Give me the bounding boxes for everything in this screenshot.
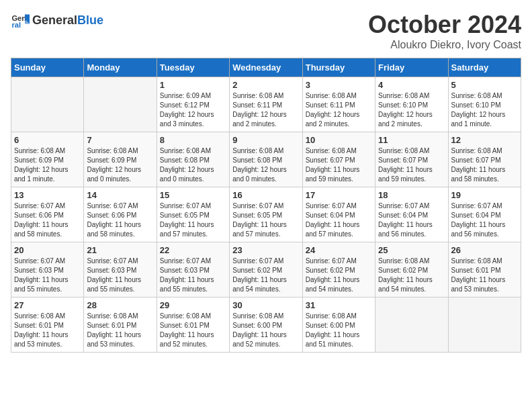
day-number: 18 <box>378 190 445 200</box>
day-number: 30 <box>232 300 299 310</box>
day-number: 27 <box>14 300 81 310</box>
calendar-cell: 14Sunrise: 6:07 AMSunset: 6:06 PMDayligh… <box>84 187 157 242</box>
calendar-cell: 2Sunrise: 6:08 AMSunset: 6:11 PMDaylight… <box>230 77 302 132</box>
day-number: 19 <box>451 190 518 200</box>
day-detail: Sunrise: 6:07 AMSunset: 6:04 PMDaylight:… <box>378 201 445 239</box>
day-number: 25 <box>378 245 445 255</box>
calendar-cell: 24Sunrise: 6:07 AMSunset: 6:02 PMDayligh… <box>302 242 375 298</box>
logo-icon: Gene ral <box>11 11 30 30</box>
calendar-cell <box>375 298 448 353</box>
day-number: 3 <box>306 80 372 90</box>
calendar-cell: 29Sunrise: 6:08 AMSunset: 6:01 PMDayligh… <box>157 298 229 353</box>
day-number: 20 <box>14 245 81 255</box>
day-detail: Sunrise: 6:08 AMSunset: 6:02 PMDaylight:… <box>378 257 445 294</box>
logo-text-blue: Blue <box>77 13 103 28</box>
day-detail: Sunrise: 6:08 AMSunset: 6:11 PMDaylight:… <box>306 91 372 129</box>
calendar-cell: 26Sunrise: 6:08 AMSunset: 6:01 PMDayligh… <box>448 242 521 298</box>
day-number: 1 <box>160 80 226 90</box>
calendar-table: SundayMondayTuesdayWednesdayThursdayFrid… <box>11 58 521 353</box>
day-detail: Sunrise: 6:08 AMSunset: 6:10 PMDaylight:… <box>378 91 445 129</box>
day-detail: Sunrise: 6:08 AMSunset: 6:01 PMDaylight:… <box>160 312 226 349</box>
calendar-cell: 17Sunrise: 6:07 AMSunset: 6:04 PMDayligh… <box>302 187 375 242</box>
day-number: 11 <box>378 135 445 145</box>
day-number: 8 <box>160 135 226 145</box>
weekday-header-tuesday: Tuesday <box>157 58 229 77</box>
calendar-cell: 13Sunrise: 6:07 AMSunset: 6:06 PMDayligh… <box>11 187 84 242</box>
day-detail: Sunrise: 6:09 AMSunset: 6:12 PMDaylight:… <box>160 91 226 129</box>
day-number: 17 <box>306 190 372 200</box>
weekday-header-saturday: Saturday <box>448 58 521 77</box>
calendar-cell: 6Sunrise: 6:08 AMSunset: 6:09 PMDaylight… <box>11 132 84 187</box>
calendar-cell <box>84 77 157 132</box>
day-detail: Sunrise: 6:08 AMSunset: 6:01 PMDaylight:… <box>14 312 81 349</box>
day-detail: Sunrise: 6:08 AMSunset: 6:09 PMDaylight:… <box>87 146 153 184</box>
calendar-week-row: 6Sunrise: 6:08 AMSunset: 6:09 PMDaylight… <box>11 132 521 187</box>
day-detail: Sunrise: 6:07 AMSunset: 6:06 PMDaylight:… <box>14 201 81 239</box>
day-detail: Sunrise: 6:07 AMSunset: 6:03 PMDaylight:… <box>160 257 226 294</box>
day-detail: Sunrise: 6:07 AMSunset: 6:04 PMDaylight:… <box>451 201 518 239</box>
day-detail: Sunrise: 6:08 AMSunset: 6:09 PMDaylight:… <box>14 146 81 184</box>
day-number: 10 <box>306 135 372 145</box>
calendar-cell: 20Sunrise: 6:07 AMSunset: 6:03 PMDayligh… <box>11 242 84 298</box>
day-detail: Sunrise: 6:08 AMSunset: 6:07 PMDaylight:… <box>378 146 445 184</box>
calendar-week-row: 13Sunrise: 6:07 AMSunset: 6:06 PMDayligh… <box>11 187 521 242</box>
weekday-header-sunday: Sunday <box>11 58 84 77</box>
calendar-cell: 30Sunrise: 6:08 AMSunset: 6:00 PMDayligh… <box>230 298 302 353</box>
day-detail: Sunrise: 6:08 AMSunset: 6:00 PMDaylight:… <box>232 312 299 349</box>
day-number: 23 <box>232 245 299 255</box>
calendar-cell: 7Sunrise: 6:08 AMSunset: 6:09 PMDaylight… <box>84 132 157 187</box>
day-number: 28 <box>87 300 153 310</box>
day-detail: Sunrise: 6:07 AMSunset: 6:03 PMDaylight:… <box>14 257 81 294</box>
title-area: October 2024 Aloukro Diekro, Ivory Coast <box>368 11 521 51</box>
calendar-header-row: SundayMondayTuesdayWednesdayThursdayFrid… <box>11 58 521 77</box>
day-number: 2 <box>232 80 299 90</box>
calendar-cell: 28Sunrise: 6:08 AMSunset: 6:01 PMDayligh… <box>84 298 157 353</box>
calendar-cell: 31Sunrise: 6:08 AMSunset: 6:00 PMDayligh… <box>302 298 375 353</box>
day-detail: Sunrise: 6:07 AMSunset: 6:06 PMDaylight:… <box>87 201 153 239</box>
weekday-header-monday: Monday <box>84 58 157 77</box>
day-number: 15 <box>160 190 226 200</box>
day-detail: Sunrise: 6:08 AMSunset: 6:07 PMDaylight:… <box>451 146 518 184</box>
svg-text:ral: ral <box>11 21 21 29</box>
calendar-cell: 16Sunrise: 6:07 AMSunset: 6:05 PMDayligh… <box>230 187 302 242</box>
day-detail: Sunrise: 6:08 AMSunset: 6:08 PMDaylight:… <box>160 146 226 184</box>
calendar-week-row: 20Sunrise: 6:07 AMSunset: 6:03 PMDayligh… <box>11 242 521 298</box>
calendar-cell: 10Sunrise: 6:08 AMSunset: 6:07 PMDayligh… <box>302 132 375 187</box>
weekday-header-friday: Friday <box>375 58 448 77</box>
calendar-cell: 22Sunrise: 6:07 AMSunset: 6:03 PMDayligh… <box>157 242 229 298</box>
calendar-cell: 21Sunrise: 6:07 AMSunset: 6:03 PMDayligh… <box>84 242 157 298</box>
day-detail: Sunrise: 6:08 AMSunset: 6:07 PMDaylight:… <box>306 146 372 184</box>
weekday-header-thursday: Thursday <box>302 58 375 77</box>
day-number: 29 <box>160 300 226 310</box>
calendar-cell: 18Sunrise: 6:07 AMSunset: 6:04 PMDayligh… <box>375 187 448 242</box>
weekday-header-wednesday: Wednesday <box>230 58 302 77</box>
day-number: 22 <box>160 245 226 255</box>
calendar-cell: 25Sunrise: 6:08 AMSunset: 6:02 PMDayligh… <box>375 242 448 298</box>
calendar-cell: 12Sunrise: 6:08 AMSunset: 6:07 PMDayligh… <box>448 132 521 187</box>
calendar-cell: 9Sunrise: 6:08 AMSunset: 6:08 PMDaylight… <box>230 132 302 187</box>
day-detail: Sunrise: 6:08 AMSunset: 6:00 PMDaylight:… <box>306 312 372 349</box>
day-number: 12 <box>451 135 518 145</box>
calendar-cell: 23Sunrise: 6:07 AMSunset: 6:02 PMDayligh… <box>230 242 302 298</box>
calendar-week-row: 1Sunrise: 6:09 AMSunset: 6:12 PMDaylight… <box>11 77 521 132</box>
calendar-cell: 5Sunrise: 6:08 AMSunset: 6:10 PMDaylight… <box>448 77 521 132</box>
day-detail: Sunrise: 6:08 AMSunset: 6:08 PMDaylight:… <box>232 146 299 184</box>
day-detail: Sunrise: 6:08 AMSunset: 6:01 PMDaylight:… <box>87 312 153 349</box>
day-detail: Sunrise: 6:07 AMSunset: 6:03 PMDaylight:… <box>87 257 153 294</box>
day-detail: Sunrise: 6:07 AMSunset: 6:05 PMDaylight:… <box>160 201 226 239</box>
day-detail: Sunrise: 6:07 AMSunset: 6:02 PMDaylight:… <box>232 257 299 294</box>
day-detail: Sunrise: 6:07 AMSunset: 6:05 PMDaylight:… <box>232 201 299 239</box>
day-number: 24 <box>306 245 372 255</box>
calendar-cell: 19Sunrise: 6:07 AMSunset: 6:04 PMDayligh… <box>448 187 521 242</box>
day-number: 4 <box>378 80 445 90</box>
day-number: 13 <box>14 190 81 200</box>
calendar-cell: 1Sunrise: 6:09 AMSunset: 6:12 PMDaylight… <box>157 77 229 132</box>
day-detail: Sunrise: 6:07 AMSunset: 6:04 PMDaylight:… <box>306 201 372 239</box>
page-header: Gene ral GeneralBlue October 2024 Aloukr… <box>11 11 521 51</box>
day-number: 16 <box>232 190 299 200</box>
day-detail: Sunrise: 6:08 AMSunset: 6:10 PMDaylight:… <box>451 91 518 129</box>
day-detail: Sunrise: 6:08 AMSunset: 6:11 PMDaylight:… <box>232 91 299 129</box>
day-number: 21 <box>87 245 153 255</box>
day-detail: Sunrise: 6:07 AMSunset: 6:02 PMDaylight:… <box>306 257 372 294</box>
day-number: 14 <box>87 190 153 200</box>
